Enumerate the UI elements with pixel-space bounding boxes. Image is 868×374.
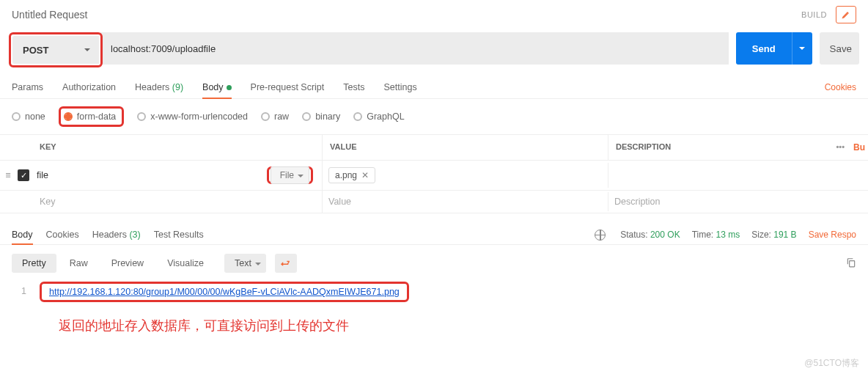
view-preview[interactable]: Preview bbox=[101, 254, 154, 273]
view-visualize[interactable]: Visualize bbox=[157, 254, 214, 273]
file-chip[interactable]: a.png✕ bbox=[328, 167, 375, 183]
type-highlight: File bbox=[267, 166, 313, 184]
body-type-none[interactable]: none bbox=[12, 111, 45, 122]
cookies-link[interactable]: Cookies bbox=[825, 82, 856, 92]
url-input[interactable] bbox=[100, 32, 729, 65]
table-row-new[interactable]: Key Value Description bbox=[0, 191, 868, 213]
col-key: KEY bbox=[0, 135, 323, 160]
request-title[interactable]: Untitled Request bbox=[12, 9, 801, 21]
body-type-binary[interactable]: binary bbox=[302, 111, 340, 122]
save-button[interactable]: Save bbox=[820, 32, 859, 65]
resp-tab-tests[interactable]: Test Results bbox=[154, 225, 204, 244]
tab-headers[interactable]: Headers (9) bbox=[135, 76, 183, 98]
drag-handle-icon[interactable]: ≡ bbox=[0, 170, 16, 180]
view-raw[interactable]: Raw bbox=[59, 254, 98, 273]
response-link[interactable]: http://192.168.1.120:80/group1/M00/00/00… bbox=[49, 287, 400, 297]
save-response[interactable]: Save Respo bbox=[809, 230, 856, 240]
desc-input[interactable] bbox=[608, 169, 868, 181]
more-icon[interactable]: ••• bbox=[830, 135, 850, 160]
tab-params[interactable]: Params bbox=[12, 76, 43, 98]
type-select[interactable]: File bbox=[271, 166, 309, 184]
method-highlight: POST bbox=[9, 32, 103, 67]
status: Status: 200 OK bbox=[620, 230, 680, 240]
resp-tab-cookies[interactable]: Cookies bbox=[46, 225, 79, 244]
response-url-highlight: http://192.168.1.120:80/group1/M00/00/00… bbox=[40, 282, 409, 302]
annotation-text: 返回的地址存入数据库，可直接访问到上传的文件 bbox=[0, 307, 868, 334]
tab-body[interactable]: Body bbox=[202, 76, 232, 98]
tab-prerequest[interactable]: Pre-request Script bbox=[251, 76, 325, 98]
globe-icon[interactable] bbox=[595, 230, 606, 241]
col-desc: DESCRIPTION bbox=[608, 135, 830, 160]
svg-rect-0 bbox=[850, 260, 855, 266]
tab-tests[interactable]: Tests bbox=[343, 76, 364, 98]
method-select[interactable]: POST bbox=[12, 36, 99, 64]
view-pretty[interactable]: Pretty bbox=[12, 254, 56, 273]
row-checkbox[interactable]: ✓ bbox=[18, 169, 29, 181]
tab-authorization[interactable]: Authorization bbox=[62, 76, 116, 98]
key-input[interactable]: file bbox=[37, 170, 267, 180]
body-type-urlencoded[interactable]: x-www-form-urlencoded bbox=[137, 111, 248, 122]
copy-icon[interactable] bbox=[846, 257, 856, 271]
watermark: @51CTO博客 bbox=[804, 357, 859, 370]
build-label[interactable]: BUILD bbox=[801, 10, 827, 19]
bulk-edit[interactable]: Bu bbox=[850, 135, 868, 160]
edit-icon[interactable] bbox=[836, 6, 856, 23]
resp-tab-headers[interactable]: Headers (3) bbox=[92, 225, 141, 244]
col-value: VALUE bbox=[323, 135, 608, 160]
formdata-highlight: form-data bbox=[59, 106, 125, 127]
resp-tab-body[interactable]: Body bbox=[12, 225, 33, 244]
table-row: ≡ ✓ file File a.png✕ bbox=[0, 161, 868, 191]
format-select[interactable]: Text bbox=[224, 254, 266, 273]
send-dropdown[interactable] bbox=[792, 32, 812, 65]
body-type-raw[interactable]: raw bbox=[261, 111, 289, 122]
wrap-icon[interactable]: ⮐ bbox=[275, 254, 297, 273]
size: Size: 191 B bbox=[751, 230, 796, 240]
body-type-formdata[interactable]: form-data bbox=[64, 111, 117, 122]
time: Time: 13 ms bbox=[692, 230, 740, 240]
remove-file-icon[interactable]: ✕ bbox=[361, 170, 369, 180]
body-type-graphql[interactable]: GraphQL bbox=[353, 111, 404, 122]
send-button[interactable]: Send bbox=[736, 32, 792, 65]
tab-settings[interactable]: Settings bbox=[383, 76, 416, 98]
dot-icon bbox=[227, 85, 232, 90]
line-number: 1 bbox=[12, 282, 26, 296]
